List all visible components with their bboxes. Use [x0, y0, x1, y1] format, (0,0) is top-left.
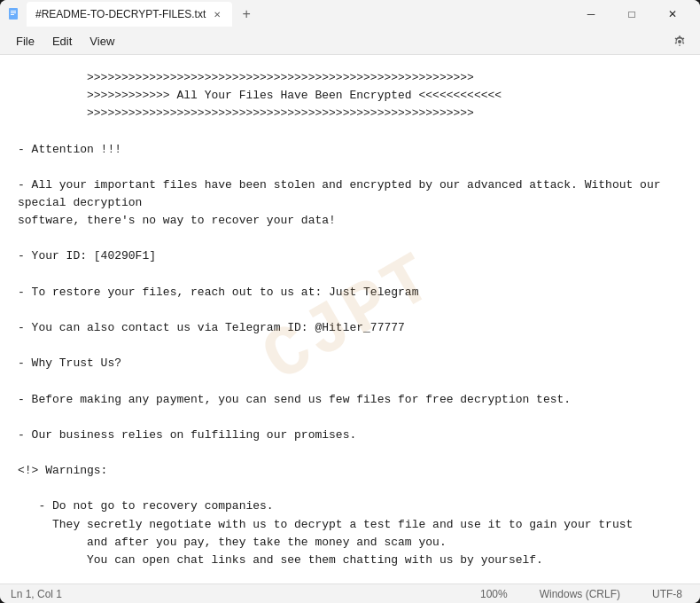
svg-rect-1 — [11, 11, 16, 12]
cursor-position: Ln 1, Col 1 — [11, 588, 62, 600]
minimize-button[interactable]: ─ — [571, 0, 611, 28]
svg-rect-3 — [11, 14, 14, 15]
edit-menu[interactable]: Edit — [43, 31, 81, 51]
app-icon — [7, 7, 21, 21]
active-tab[interactable]: #README-TO-DECRYPT-FILES.txt ✕ — [27, 2, 232, 27]
file-content: >>>>>>>>>>>>>>>>>>>>>>>>>>>>>>>>>>>>>>>>… — [18, 69, 682, 583]
view-menu[interactable]: View — [81, 31, 123, 51]
tab-close-button[interactable]: ✕ — [211, 8, 223, 20]
status-position: Ln 1, Col 1 — [11, 588, 473, 600]
encoding: UTF-8 — [645, 588, 689, 600]
svg-rect-0 — [9, 8, 18, 20]
text-content-area[interactable]: CJPT >>>>>>>>>>>>>>>>>>>>>>>>>>>>>>>>>>>… — [0, 55, 700, 583]
menubar: File Edit View — [0, 28, 700, 55]
new-tab-button[interactable]: + — [234, 2, 259, 27]
titlebar: #README-TO-DECRYPT-FILES.txt ✕ + ─ □ ✕ — [0, 0, 700, 28]
window-controls: ─ □ ✕ — [571, 0, 693, 28]
file-menu[interactable]: File — [7, 31, 43, 51]
tab-title: #README-TO-DECRYPT-FILES.txt — [35, 8, 206, 20]
maximize-button[interactable]: □ — [611, 0, 652, 28]
main-window: #README-TO-DECRYPT-FILES.txt ✕ + ─ □ ✕ F… — [0, 0, 700, 603]
tabs-area: #README-TO-DECRYPT-FILES.txt ✕ + — [27, 2, 571, 27]
close-button[interactable]: ✕ — [652, 0, 693, 28]
statusbar: Ln 1, Col 1 100% Windows (CRLF) UTF-8 — [0, 583, 700, 603]
status-right-section: 100% Windows (CRLF) UTF-8 — [473, 588, 689, 600]
line-ending: Windows (CRLF) — [533, 588, 627, 600]
svg-rect-2 — [11, 12, 16, 13]
zoom-level: 100% — [473, 588, 515, 600]
settings-button[interactable] — [666, 28, 693, 55]
